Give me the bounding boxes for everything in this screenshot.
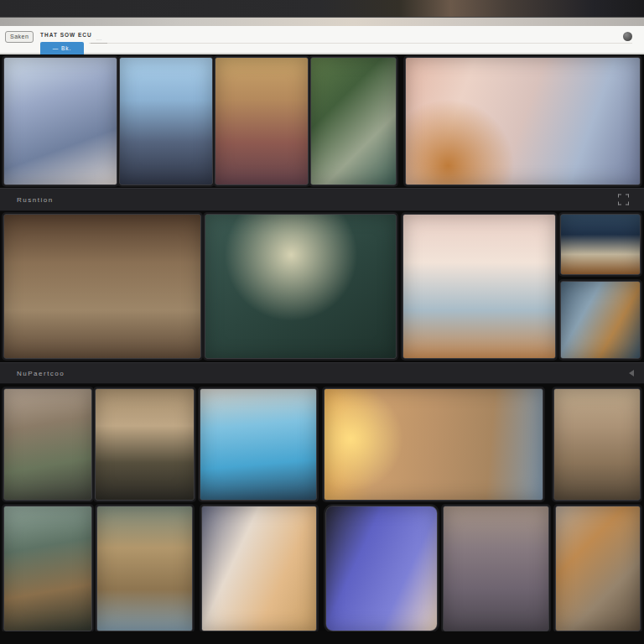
- section-header-2[interactable]: NuPaertcoo: [0, 362, 644, 384]
- gallery-row-3: [3, 388, 641, 501]
- tab-active[interactable]: — Bk.: [40, 42, 84, 55]
- thumb-woman-red-dress[interactable]: [215, 57, 309, 185]
- thumb-storm-beach[interactable]: [560, 214, 641, 275]
- toolbar-title: THAT SOW ECU: [40, 32, 92, 38]
- gallery-window: Saken THAT SOW ECU — Bk. ···· Rusntion: [0, 0, 644, 644]
- tab-inactive[interactable]: ····: [91, 37, 107, 44]
- toolbar-divider: [89, 43, 632, 44]
- section-header-1[interactable]: Rusntion: [0, 188, 644, 211]
- triangle-left-icon[interactable]: [629, 370, 634, 377]
- thumb-village-figure[interactable]: [95, 388, 195, 501]
- thumb-blue-hair-girl[interactable]: [325, 506, 438, 631]
- circle-icon: [623, 32, 632, 41]
- thumb-stack: [560, 214, 641, 359]
- thumb-group: [3, 57, 397, 185]
- window-top-bar: [0, 0, 644, 17]
- toolbar-right-button[interactable]: [623, 32, 632, 41]
- thumb-girl-basket[interactable]: [205, 214, 397, 359]
- thumb-crowd-march[interactable]: [443, 506, 549, 631]
- thumb-bare-tree[interactable]: [3, 388, 92, 501]
- thumb-airship-town[interactable]: [553, 388, 641, 501]
- thumb-waterfall-forest[interactable]: [560, 281, 641, 359]
- thumb-figure-tower-sky[interactable]: [119, 57, 213, 185]
- thumb-autumn-smoke[interactable]: [555, 506, 641, 631]
- expand-icon[interactable]: [618, 195, 629, 205]
- thumb-blonde-girl[interactable]: [201, 506, 317, 631]
- thumb-girl-peach-hair[interactable]: [405, 57, 641, 185]
- thumb-mountain-fortress[interactable]: [96, 506, 193, 631]
- thumb-portrait-blue-hat[interactable]: [3, 57, 117, 185]
- section-title: Rusntion: [17, 196, 54, 204]
- thumb-green-foliage[interactable]: [310, 57, 397, 185]
- thumb-seated-traveler[interactable]: [3, 506, 92, 631]
- saken-button[interactable]: Saken: [5, 31, 34, 43]
- thumb-blue-lagoon[interactable]: [200, 388, 317, 501]
- thumb-pastel-landscape[interactable]: [402, 214, 556, 359]
- gallery-row-2: [3, 214, 641, 359]
- bottom-bar: [0, 631, 644, 644]
- section-title: NuPaertcoo: [17, 370, 65, 377]
- gallery-row-4: [3, 506, 641, 631]
- gallery-row-1: [3, 57, 641, 185]
- window-title-strip: [0, 17, 644, 26]
- thumb-sun-travelers[interactable]: [324, 388, 543, 501]
- toolbar: Saken THAT SOW ECU — Bk. ····: [0, 26, 644, 55]
- thumb-man-doorway[interactable]: [3, 214, 201, 359]
